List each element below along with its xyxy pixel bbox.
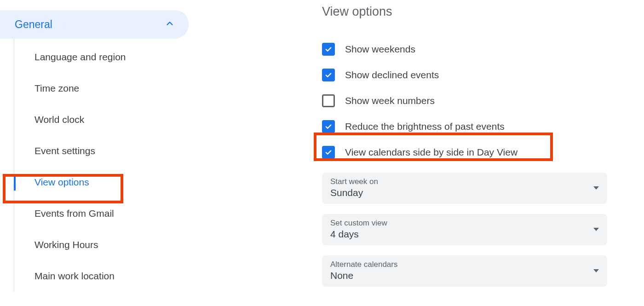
- dropdown-value: None: [330, 270, 397, 281]
- dropdown-alternate-calendars[interactable]: Alternate calendars None: [322, 255, 607, 287]
- sidebar-item-events-from-gmail[interactable]: Events from Gmail: [14, 198, 189, 229]
- dropdown-label: Alternate calendars: [330, 260, 397, 269]
- sidebar-subtree: Language and region Time zone World cloc…: [14, 39, 189, 292]
- dropdown-start-week-on[interactable]: Start week on Sunday: [322, 173, 607, 204]
- dropdown-value: 4 days: [330, 229, 387, 240]
- sidebar-item-language-and-region[interactable]: Language and region: [14, 41, 189, 73]
- checkbox-label: Show declined events: [345, 69, 439, 81]
- checkbox-reduce-brightness[interactable]: Reduce the brightness of past events: [322, 114, 607, 139]
- checkbox-label: Reduce the brightness of past events: [345, 121, 505, 132]
- dropdown-label: Set custom view: [330, 219, 387, 228]
- sidebar-item-main-work-location[interactable]: Main work location: [14, 260, 189, 292]
- checkbox-icon: [322, 120, 335, 133]
- checkbox-label: Show week numbers: [345, 95, 435, 106]
- checkbox-label: Show weekends: [345, 44, 415, 55]
- dropdown-label: Start week on: [330, 177, 378, 186]
- sidebar-item-view-options[interactable]: View options: [14, 167, 189, 198]
- checkbox-label: View calendars side by side in Day View: [345, 147, 518, 158]
- dropdown-value: Sunday: [330, 187, 378, 198]
- checkbox-show-declined-events[interactable]: Show declined events: [322, 62, 607, 88]
- sidebar-item-world-clock[interactable]: World clock: [14, 104, 189, 135]
- sidebar-section-label: General: [15, 18, 52, 31]
- settings-main: View options Show weekends Show declined…: [189, 0, 644, 306]
- sidebar-item-working-hours[interactable]: Working Hours: [14, 229, 189, 260]
- checkbox-icon: [322, 43, 335, 56]
- checkbox-show-weekends[interactable]: Show weekends: [322, 36, 607, 62]
- caret-down-icon: [593, 186, 599, 190]
- sidebar-item-time-zone[interactable]: Time zone: [14, 73, 189, 104]
- chevron-up-icon: [165, 18, 175, 30]
- checkbox-side-by-side[interactable]: View calendars side by side in Day View: [322, 139, 607, 165]
- dropdown-set-custom-view[interactable]: Set custom view 4 days: [322, 214, 607, 245]
- checkbox-icon: [322, 69, 335, 81]
- checkbox-icon: [322, 146, 335, 159]
- caret-down-icon: [593, 269, 599, 272]
- checkbox-show-week-numbers[interactable]: Show week numbers: [322, 88, 607, 114]
- caret-down-icon: [593, 228, 599, 231]
- sidebar-item-event-settings[interactable]: Event settings: [14, 135, 189, 167]
- checkbox-icon: [322, 94, 335, 107]
- settings-sidebar: General Language and region Time zone Wo…: [0, 0, 189, 306]
- sidebar-section-general[interactable]: General: [0, 10, 189, 39]
- section-title: View options: [322, 5, 607, 19]
